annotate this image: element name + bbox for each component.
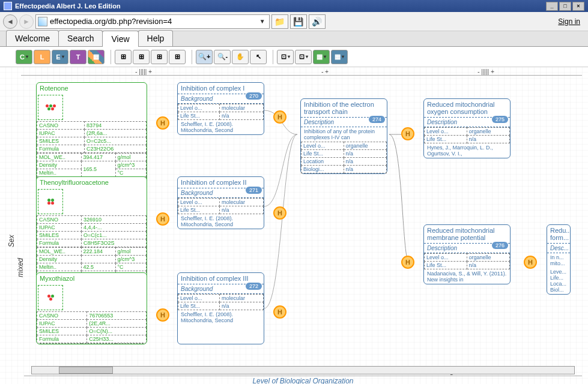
- maximize-button[interactable]: □: [559, 2, 571, 11]
- pan-button[interactable]: ✋: [232, 50, 249, 64]
- tool-link[interactable]: L: [34, 50, 50, 64]
- link-node[interactable]: H: [401, 127, 414, 140]
- axis-x: Level of Biological Organization: [24, 366, 582, 384]
- forward-button[interactable]: ►: [19, 14, 34, 29]
- node-effect[interactable]: Inhibition of complex III272 Background …: [177, 272, 264, 344]
- tab-view[interactable]: View: [102, 31, 138, 47]
- minimize-button[interactable]: _: [546, 2, 558, 11]
- tool-chemical[interactable]: C: [16, 50, 32, 64]
- link-node[interactable]: H: [273, 206, 286, 220]
- node-effect[interactable]: Redu... form... Desc... In n... mito... …: [547, 224, 571, 295]
- link-node[interactable]: H: [273, 305, 286, 319]
- node-effect[interactable]: Inhibition of the electron transport cha…: [300, 98, 387, 174]
- tab-search[interactable]: Search: [58, 30, 103, 46]
- node-effect[interactable]: Reduced mitochondrial oxygen consumption…: [423, 98, 511, 158]
- link-node[interactable]: H: [156, 308, 169, 322]
- node-effect[interactable]: Inhibition of complex II271 Background L…: [177, 176, 264, 229]
- close-button[interactable]: ×: [572, 2, 584, 11]
- back-button[interactable]: ◄: [3, 14, 17, 29]
- tool-layout-3[interactable]: ⊞: [151, 50, 168, 64]
- link-node[interactable]: H: [524, 256, 537, 269]
- molecule-icon: [38, 285, 63, 310]
- tab-welcome[interactable]: Welcome: [6, 30, 59, 46]
- link-node[interactable]: H: [156, 116, 169, 130]
- address-input[interactable]: [50, 17, 258, 26]
- tool-layout-4[interactable]: ⊞: [169, 50, 186, 64]
- ruler-top: - ||||| + - + - ||||| +: [21, 67, 582, 76]
- address-dropdown-icon[interactable]: ▼: [258, 18, 267, 25]
- window-titlebar: Effectopedia Albert J. Leo Edition _ □ ×: [0, 0, 588, 12]
- sound-button[interactable]: 🔊: [309, 14, 326, 29]
- node-effect[interactable]: Reduced mitochondrial membrane potential…: [423, 224, 511, 284]
- toolbar: C L E T ▦ ⊞ ⊞ ⊞ ⊞ 🔍+ 🔍- ✋ ↖ ⊡ ⊡ ▦ ▦: [0, 47, 588, 67]
- tool-test[interactable]: T: [70, 50, 86, 64]
- canvas[interactable]: - ||||| + - + - ||||| + Sex mixed Roteno…: [0, 67, 588, 384]
- view-button-2[interactable]: ▦: [331, 50, 348, 64]
- site-icon: [38, 17, 47, 26]
- axis-y: Sex mixed: [1, 79, 19, 360]
- grid-button-1[interactable]: ⊡: [277, 50, 294, 64]
- tab-help[interactable]: Help: [138, 30, 174, 46]
- molecule-icon: [38, 189, 63, 214]
- zoom-out-button[interactable]: 🔍-: [214, 50, 231, 64]
- view-button-1[interactable]: ▦: [313, 50, 330, 64]
- link-node[interactable]: H: [156, 212, 169, 226]
- pointer-button[interactable]: ↖: [250, 50, 267, 64]
- tool-effect[interactable]: E: [52, 50, 68, 64]
- node-chemical[interactable]: Thenoyltrifluoroacetone CASNO326910IUPAC…: [36, 176, 147, 287]
- molecule-icon: [38, 95, 63, 120]
- save-button[interactable]: 💾: [290, 14, 307, 29]
- zoom-in-button[interactable]: 🔍+: [196, 50, 213, 64]
- tab-bar: Welcome Search View Help: [0, 31, 588, 47]
- app-icon: [4, 2, 12, 10]
- node-effect[interactable]: Inhibition of complex I270 Background Le…: [177, 82, 264, 135]
- node-chemical[interactable]: Myxothiazol CASNO76706553IUPAC(2E,4R...S…: [36, 272, 147, 344]
- tool-layout-1[interactable]: ⊞: [115, 50, 132, 64]
- open-folder-button[interactable]: 📁: [271, 14, 288, 29]
- link-node[interactable]: H: [401, 256, 414, 269]
- tool-layout-2[interactable]: ⊞: [133, 50, 150, 64]
- sign-in-link[interactable]: Sign in: [558, 17, 580, 26]
- grid-button-2[interactable]: ⊡: [295, 50, 312, 64]
- window-title: Effectopedia Albert J. Leo Edition: [15, 2, 121, 10]
- tool-multi[interactable]: ▦: [88, 50, 105, 64]
- horizontal-scrollbar[interactable]: [31, 366, 575, 374]
- link-node[interactable]: H: [273, 110, 286, 124]
- address-bar: ◄ ► ▼ 📁 💾 🔊 Sign in: [0, 12, 588, 31]
